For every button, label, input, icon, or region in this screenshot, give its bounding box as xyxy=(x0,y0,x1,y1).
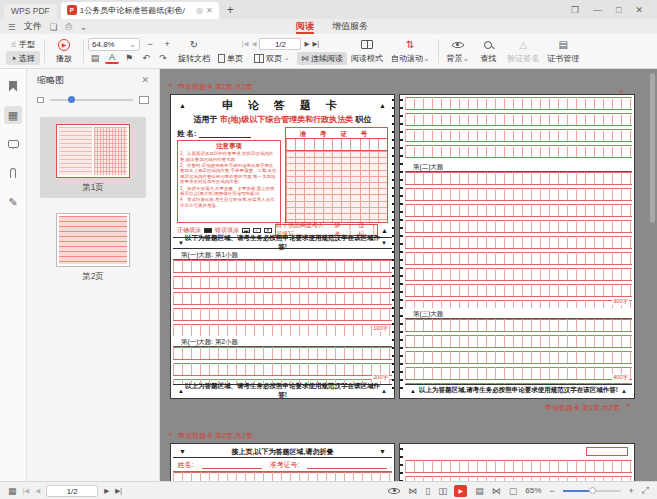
layout-toggle-icon[interactable]: ▦ xyxy=(8,486,17,496)
layout-window-icon[interactable]: ❐ xyxy=(571,5,579,15)
maximize-icon[interactable]: □ xyxy=(616,5,621,15)
print-icon[interactable]: ⎙ xyxy=(65,21,72,32)
zoom-level-select[interactable]: 64.8% ⌄ xyxy=(88,38,140,51)
zoom-out-icon[interactable]: − xyxy=(143,38,157,51)
page1-header-label: 申论答题卡 第1页,共2页 xyxy=(178,82,253,92)
continuous-read-button[interactable]: ⋈ 连续阅读 xyxy=(297,52,347,65)
thumbnail-size-slider[interactable] xyxy=(50,99,133,101)
bookmarks-panel-button[interactable] xyxy=(4,77,22,95)
auto-scroll-button[interactable]: ⇅ 自动滚动⌄ xyxy=(387,36,434,66)
pdf-file-icon: P xyxy=(67,5,77,15)
zoom-in-icon[interactable]: + xyxy=(629,486,634,496)
ticket-number-grid: 准 考 证 号 xyxy=(285,127,388,223)
sheet-subtitle: 适用于 市(地)级以下综合管理类和行政执法类 职位 xyxy=(173,114,392,127)
note-icon[interactable]: ▤ xyxy=(88,52,102,65)
thumbnail-page-2[interactable]: 第2页 xyxy=(40,206,146,287)
double-page-label: 双页 xyxy=(266,53,282,64)
single-page-view-icon[interactable]: ▯ xyxy=(425,486,430,496)
first-page-icon[interactable]: |◀ xyxy=(242,40,249,48)
signature-panel-button[interactable]: ✎ xyxy=(4,193,22,211)
writing-grid-q2: 300字 xyxy=(405,172,632,308)
double-page-icon xyxy=(254,54,264,63)
select-tool-button[interactable]: ➤ 选择 xyxy=(6,51,40,65)
thumbnail-image-1 xyxy=(56,124,130,178)
thumbnails-panel-button[interactable]: ▦ xyxy=(4,106,22,124)
writing-grid-q1-2: 200字 xyxy=(173,347,392,384)
single-page-button[interactable]: 单页 xyxy=(214,52,247,65)
background-button[interactable]: 背景⌄ xyxy=(443,36,474,66)
presentation-play-button[interactable]: ▶ xyxy=(454,485,467,497)
play-icon: ▶ xyxy=(58,39,70,51)
pointer-tools: ☝ 手型 ➤ 选择 xyxy=(6,36,40,66)
document-tab[interactable]: P 1公务员申论标准答题纸(彩色/ ◎ ✕ xyxy=(61,2,219,19)
next-page-icon[interactable]: ▶ xyxy=(104,487,109,495)
double-page-view-icon[interactable]: ▯▯ xyxy=(438,486,446,496)
file-menu[interactable]: 文件 xyxy=(24,20,42,33)
chevron-down-icon[interactable]: ⌄ xyxy=(80,22,87,32)
zoom-slider-handle[interactable] xyxy=(589,487,596,494)
word-count-mark: 200字 xyxy=(372,374,389,381)
large-thumbnail-icon[interactable] xyxy=(139,96,149,104)
highlight-text-icon[interactable]: A xyxy=(105,53,119,64)
actual-size-icon[interactable]: ▢ xyxy=(509,486,518,496)
zoom-percent-value[interactable]: 65% xyxy=(525,486,541,495)
certificate-manager-button[interactable]: ▤ 证书管理 xyxy=(543,36,583,66)
prev-page-icon[interactable]: ◀ xyxy=(35,487,40,495)
close-panel-icon[interactable]: ✕ xyxy=(141,75,149,85)
notice-box: 注意事项 1、认真阅读各题目的作答要求,在指定区域内作答,超出答题区域的作答无效… xyxy=(177,140,281,223)
minimize-icon[interactable]: — xyxy=(593,5,602,15)
answer-area-bottom-band: ▲ 以上为答题区域,请考生务必按照申论要求使用规范汉字在该区域作答! ▲ xyxy=(405,384,632,396)
document-viewport[interactable]: + 申论答题卡 第1页,共2页 + 申论答题卡 第1页,共2页 + ▲ 申 论 … xyxy=(160,69,657,481)
tab-reading[interactable]: 阅读 xyxy=(296,19,314,34)
tab-value-added[interactable]: 增值服务 xyxy=(332,19,368,34)
close-tab-icon[interactable]: ✕ xyxy=(206,6,213,15)
prev-page-icon[interactable]: ◀ xyxy=(251,40,256,48)
app-logo[interactable]: WPS PDF xyxy=(4,4,57,19)
page2-header-label: 申论答题卡 第2页,共2页 xyxy=(178,431,253,441)
find-button[interactable]: 查找 xyxy=(473,36,503,66)
next-page-icon[interactable]: ▶ xyxy=(304,40,309,48)
page-number-input[interactable]: 1/2 xyxy=(46,485,98,497)
zoom-in-icon[interactable]: + xyxy=(160,38,174,51)
slider-handle[interactable] xyxy=(68,96,75,103)
small-thumbnail-icon[interactable] xyxy=(37,97,44,103)
hand-tool-button[interactable]: ☝ 手型 xyxy=(6,37,40,51)
corner-triangle-icon: ▲ xyxy=(381,227,388,234)
menu-bar: ☰ 文件 ❏ ⎙ ⌄ 阅读 增值服务 xyxy=(0,19,657,34)
rotate-document-button[interactable]: ↻ 旋转文档 xyxy=(174,36,214,66)
folder-icon[interactable]: ❏ xyxy=(50,22,58,32)
zoom-out-icon[interactable]: − xyxy=(549,486,554,496)
fullscreen-icon[interactable]: ⤢ xyxy=(642,485,649,496)
corner-triangle-icon: ▲ xyxy=(179,102,186,109)
eye-protect-icon[interactable] xyxy=(388,486,400,496)
page-number-input[interactable]: 1/2 xyxy=(259,38,301,50)
read-mode-button[interactable]: 阅读模式 xyxy=(347,36,387,66)
continuous-view-icon[interactable]: ⋈ xyxy=(408,486,417,496)
thumbnail-page-1[interactable]: 第1页 xyxy=(40,117,146,198)
fit-width-icon[interactable]: ▤ xyxy=(475,486,484,496)
new-tab-button[interactable]: + xyxy=(219,3,242,19)
first-page-icon[interactable]: |◀ xyxy=(23,487,30,495)
attachments-panel-button[interactable] xyxy=(4,164,22,182)
continuous-icon: ⋈ xyxy=(301,54,309,63)
vertical-scrollbar[interactable] xyxy=(649,71,656,479)
correct-fill-mark xyxy=(204,228,212,233)
redo-icon[interactable]: ↷ xyxy=(156,52,170,65)
last-page-icon[interactable]: ▶| xyxy=(115,487,122,495)
flag-icon[interactable]: ⚑ xyxy=(122,52,136,65)
comments-panel-button[interactable] xyxy=(4,135,22,153)
undo-icon[interactable]: ↶ xyxy=(139,52,153,65)
zoom-slider[interactable] xyxy=(563,490,621,492)
close-icon[interactable]: ✕ xyxy=(635,5,643,15)
tab-title: 1公务员申论标准答题纸(彩色/ xyxy=(80,5,193,16)
play-slideshow-button[interactable]: ▶ 播放 xyxy=(49,36,79,66)
last-page-icon[interactable]: ▶| xyxy=(312,40,319,48)
timing-marks xyxy=(400,448,403,481)
pin-tab-icon[interactable]: ◎ xyxy=(196,6,203,15)
status-bar: ▦ |◀ ◀ 1/2 ▶ ▶| ⋈ ▯ ▯▯ ▶ ▤ ⋈ ▢ 65% − + ⤢ xyxy=(0,481,657,499)
fit-page-icon[interactable]: ⋈ xyxy=(492,486,501,496)
certificate-icon: ▤ xyxy=(559,38,568,51)
scrollbar-thumb[interactable] xyxy=(650,73,655,223)
double-page-button[interactable]: 双页 ⌄ xyxy=(250,52,294,65)
hamburger-icon[interactable]: ☰ xyxy=(8,22,16,32)
